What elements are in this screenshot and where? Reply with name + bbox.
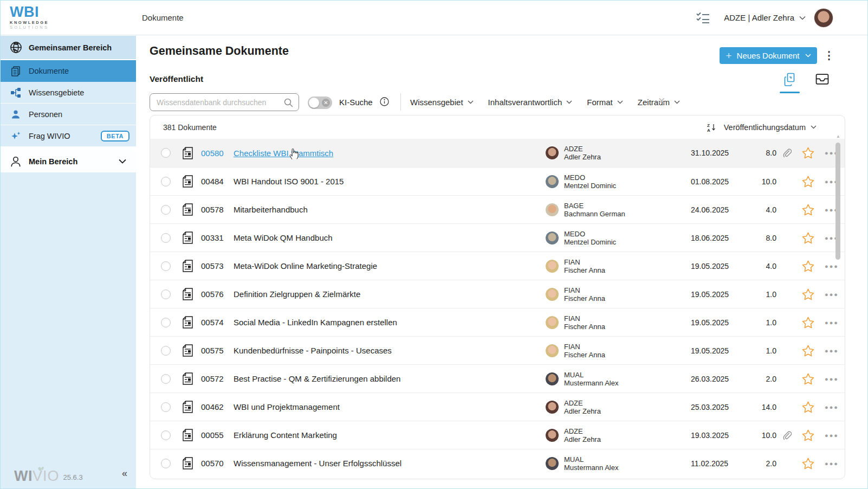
star-icon[interactable] [797, 260, 819, 272]
paperclip-icon [776, 289, 797, 299]
table-row[interactable]: 00570 Wissensmanagement - Unser Erfolgss… [150, 449, 845, 477]
sidebar-item-personen[interactable]: Personen [0, 104, 136, 125]
star-icon[interactable] [797, 373, 819, 385]
row-menu-button[interactable]: ●●● [819, 348, 845, 354]
row-radio[interactable] [161, 261, 171, 271]
row-menu-button[interactable]: ●●● [819, 291, 845, 298]
sidebar-section-gemeinsamer-bereich[interactable]: Gemeinsamer Bereich [0, 36, 136, 60]
row-menu-button[interactable]: ●●● [819, 319, 845, 326]
star-icon[interactable] [797, 345, 819, 357]
row-radio[interactable] [161, 374, 171, 384]
star-icon[interactable] [797, 429, 819, 441]
row-menu-button[interactable]: ●●● [819, 263, 845, 269]
ai-search-toggle[interactable]: ✕ [308, 96, 332, 109]
row-menu-button[interactable]: ●●● [819, 432, 845, 439]
info-icon[interactable] [380, 97, 389, 108]
row-radio[interactable] [161, 233, 171, 243]
publish-date: 26.03.2025 [691, 375, 749, 383]
row-radio[interactable] [161, 402, 171, 412]
table-row[interactable]: 00573 Meta-WiDok Online Marketing-Strate… [150, 252, 845, 280]
document-title-link[interactable]: WBI und Projektmanagement [234, 402, 546, 411]
star-icon[interactable] [797, 317, 819, 329]
sidebar-section-mein-bereich[interactable]: Mein Bereich [0, 150, 136, 172]
chevron-down-icon[interactable] [799, 16, 806, 20]
document-title-link[interactable]: Mitarbeiterhandbuch [234, 205, 546, 214]
row-radio[interactable] [161, 459, 171, 468]
more-actions-button[interactable]: ⋮ [824, 49, 834, 62]
star-icon[interactable] [797, 176, 819, 188]
table-row[interactable]: 00331 Meta WiDok QM Handbuch MEDO Mentze… [150, 223, 845, 252]
sidebar-collapse-button[interactable]: « [122, 468, 127, 479]
table-row[interactable]: 00575 Kundenbedürfnisse - Painpoints - U… [150, 336, 845, 364]
table-row[interactable]: 00580 Checkliste WBI Stammtisch ADZE Adl… [150, 139, 845, 167]
document-title-link[interactable]: Definition Zielgruppen & Zielmärkte [234, 289, 546, 299]
new-document-button[interactable]: + Neues Dokument [720, 47, 817, 64]
main-content: Gemeinsame Dokumente + Neues Dokument ⋮ … [137, 36, 868, 489]
clear-filters-button[interactable]: ✕ [658, 95, 665, 107]
star-icon[interactable] [797, 288, 819, 300]
row-radio[interactable] [161, 430, 171, 440]
table-row[interactable]: 00484 WBI Handout ISO 9001 - 2015 MEDO M… [150, 167, 845, 195]
chevron-down-icon[interactable] [119, 159, 126, 164]
filter-format[interactable]: Format [587, 98, 623, 107]
search-input[interactable] [157, 94, 281, 110]
sort-field-label: Veröffentlichungsdatum [724, 123, 806, 132]
user-menu-label[interactable]: ADZE | Adler Zehra [724, 13, 794, 22]
document-icon [183, 372, 193, 385]
document-title-link[interactable]: Meta-WiDok Online Marketing-Strategie [234, 261, 546, 271]
tab-published-icon[interactable] [783, 73, 796, 89]
sidebar-item-dokumente[interactable]: Dokumente [0, 60, 136, 82]
row-menu-button[interactable]: ●●● [819, 150, 845, 156]
sort-control[interactable]: Z A Veröffentlichungsdatum [707, 123, 817, 132]
search-icon[interactable] [284, 98, 293, 110]
table-row[interactable]: 00574 Social Media - LinkedIn Kampagnen … [150, 308, 845, 336]
row-menu-button[interactable]: ●●● [819, 376, 845, 382]
row-radio[interactable] [161, 177, 171, 186]
row-menu-button[interactable]: ●●● [819, 404, 845, 410]
filter-wissensgebiet[interactable]: Wissensgebiet [410, 98, 474, 107]
scrollbar-up-arrow[interactable]: ▲ [836, 134, 840, 139]
row-menu-button[interactable]: ●●● [819, 178, 845, 185]
sidebar-item-wissensgebiete[interactable]: Wissensgebiete [0, 82, 136, 104]
row-menu-button[interactable]: ●●● [819, 460, 845, 467]
table-row[interactable]: 00572 Best Practise - QM & Zertifizierun… [150, 364, 845, 393]
row-radio[interactable] [161, 148, 171, 158]
table-row[interactable]: 00055 Erklärung Content Marketing ADZE A… [150, 421, 845, 449]
row-menu-button[interactable]: ●●● [819, 235, 845, 241]
document-id: 00055 [201, 430, 228, 440]
publish-date: 19.05.2025 [691, 346, 749, 355]
star-icon[interactable] [797, 204, 819, 216]
document-title-link[interactable]: Checkliste WBI Stammtisch [234, 149, 546, 158]
table-row[interactable]: 00462 WBI und Projektmanagement ADZE Adl… [150, 393, 845, 421]
table-row[interactable]: 00578 Mitarbeiterhandbuch BAGE Bachmann … [150, 195, 845, 223]
document-title-link[interactable]: Wissensmanagement - Unser Erfolgsschlüss… [234, 459, 546, 468]
table-row[interactable]: 00576 Definition Zielgruppen & Zielmärkt… [150, 280, 845, 308]
star-icon[interactable] [797, 401, 819, 413]
star-icon[interactable] [797, 232, 819, 244]
star-icon[interactable] [797, 458, 819, 469]
tab-archive-icon[interactable] [815, 73, 829, 88]
star-icon[interactable] [797, 147, 819, 159]
sidebar-item-frag-wivio[interactable]: Frag WIVIO BETA [0, 125, 136, 147]
document-title-link[interactable]: Kundenbedürfnisse - Painpoints - Usecase… [234, 346, 546, 355]
owner-cell: FIAN Fischer Anna [546, 258, 691, 274]
row-radio[interactable] [161, 346, 171, 356]
filter-label: Wissensgebiet [410, 98, 463, 107]
row-radio[interactable] [161, 205, 171, 215]
row-menu-button[interactable]: ●●● [819, 207, 845, 213]
document-title-link[interactable]: Social Media - LinkedIn Kampagnen erstel… [234, 318, 546, 327]
version-number: 14.0 [749, 403, 776, 411]
document-title-link[interactable]: Meta WiDok QM Handbuch [234, 233, 546, 242]
document-icon [183, 457, 193, 469]
filter-inhaltsverantwortlich[interactable]: Inhaltsverantwortlich [488, 98, 573, 107]
scrollbar-thumb[interactable] [835, 143, 840, 260]
document-title-link[interactable]: WBI Handout ISO 9001 - 2015 [234, 177, 546, 186]
document-title-link[interactable]: Erklärung Content Marketing [234, 430, 546, 440]
row-radio[interactable] [161, 318, 171, 327]
wbi-logo[interactable]: WBI KNOWLEDGE SOLUTIONS [10, 5, 49, 29]
user-avatar[interactable] [814, 8, 833, 28]
wivio-brand-bold: WI [14, 468, 33, 484]
row-radio[interactable] [161, 289, 171, 299]
tasklist-icon[interactable] [696, 11, 710, 24]
document-title-link[interactable]: Best Practise - QM & Zertifizierungen ab… [234, 374, 546, 383]
